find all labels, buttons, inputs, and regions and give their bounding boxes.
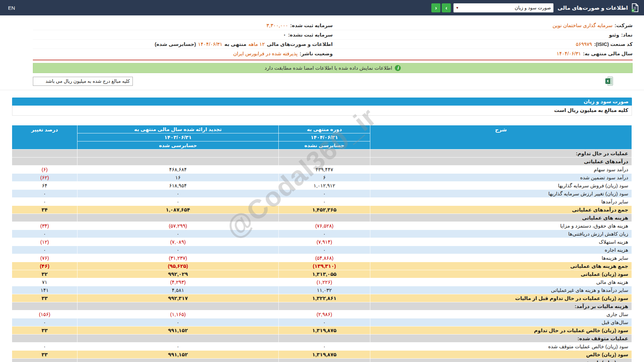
row-label: هزینه اجاره — [370, 246, 632, 254]
row-value — [77, 214, 279, 222]
statement-table-body: عملیات در حال تداوم:درآمدهای عملیاتیدرآم… — [12, 149, 632, 362]
company-info: شرکت:سرمایه گذاری ساختمان نوینسرمایه ثبت… — [33, 21, 633, 60]
statement-data-row: هزینه های حقوق، دستمزد و مزایا(۷۶,۵۲۸)(۵… — [12, 222, 632, 230]
info-label: وضعیت ناشر: — [300, 51, 333, 57]
statement-data-row: سود (زیان) عملیاتی۱,۳۱۳,۰۵۵۹۹۲,۰۲۹۳۲ — [12, 270, 632, 278]
col-header-change: درصد تغییر — [12, 125, 77, 149]
topbar: اطلاعات و صورت‌های مالی صورت سود و زیان … — [0, 0, 644, 15]
row-value — [279, 158, 370, 166]
company-info-cell: وضعیت ناشر:پذیرفته شده در فرابورس ایران — [33, 51, 333, 57]
row-value: ۶۴ — [12, 182, 77, 190]
info-value: ۳,۳۰۰,۰۰۰ — [266, 22, 288, 28]
table-header-row-titles: شرح دوره منتهی به تجدید ارائه شده سال ما… — [12, 125, 632, 133]
info-value: پذیرفته شده در فرابورس ایران — [233, 51, 298, 57]
row-label: عملیات متوقف شده: — [370, 335, 632, 343]
statement-section-row: هزینه مالیات بر درآمد: — [12, 302, 632, 310]
info-value: وثنو — [609, 32, 619, 38]
info-value: ۱۴۰۴/۰۶/۳۱ — [556, 51, 581, 57]
statement-data-row: سال جاری(۲,۹۸۶)(۱,۱۶۵)(۱۵۶) — [12, 310, 632, 318]
company-info-cell: سال مالی منتهی به:۱۴۰۴/۰۶/۳۱ — [333, 51, 633, 57]
units-row: کلیه مبالغ به میلیون ریال است — [12, 106, 632, 116]
statement-table: شرح دوره منتهی به تجدید ارائه شده سال ما… — [12, 125, 632, 362]
row-value — [77, 149, 279, 158]
col-header-restated-audit: حسابرسی شده — [77, 141, 279, 149]
row-label: سایر هزینه‌ها — [370, 254, 632, 262]
row-label: هزینه های حقوق، دستمزد و مزایا — [370, 222, 632, 230]
col-header-restated-date: ۱۴۰۳/۰۶/۳۱ — [77, 133, 279, 141]
statement-data-row: هزینه اجاره۰۰۰ — [12, 246, 632, 254]
row-value — [279, 335, 370, 343]
svg-text:X: X — [606, 79, 609, 83]
row-value: ۶ — [279, 174, 370, 182]
row-value — [279, 359, 370, 362]
row-value: ۰ — [12, 318, 77, 326]
row-value: (۷,۰۸۹) — [77, 238, 279, 246]
row-value — [12, 302, 77, 310]
row-value: ۴,۵۸۱ — [77, 286, 279, 294]
row-value: (۵۴,۸۶۸) — [279, 254, 370, 262]
row-value: ۰ — [12, 230, 77, 238]
info-value[interactable]: سرمایه گذاری ساختمان نوین — [552, 22, 612, 28]
row-value: ۰ — [279, 318, 370, 326]
company-info-row: نماد:وثنوسرمایه ثبت نشده:۰ — [33, 30, 633, 40]
row-value: ۳۳ — [12, 294, 77, 302]
excel-export-icon[interactable]: X — [605, 76, 614, 86]
row-value: ۴۳۹,۴۴۷ — [279, 166, 370, 174]
prev-period-button[interactable]: ‹ — [442, 3, 451, 12]
row-label: سال جاری — [370, 310, 632, 318]
info-label: شرکت: — [614, 22, 633, 28]
row-value: ۱,۳۱۹,۸۷۵ — [279, 351, 370, 359]
row-label: سود (زیان) فروش سرمایه گذاریها — [370, 182, 632, 190]
row-value: (۳۱,۲۳۷) — [77, 254, 279, 262]
row-value: ۹۹۲,۳۱۷ — [77, 294, 279, 302]
row-value — [77, 302, 279, 310]
row-value: ۹۹۱,۱۵۲ — [77, 351, 279, 359]
statement-data-row: سود (زیان) خالص۱,۳۱۹,۸۷۵۹۹۱,۱۵۲۳۳ — [12, 351, 632, 359]
company-info-cell: کد صنعت (ISIC):۵۶۹۹۷۹ — [333, 41, 633, 47]
row-value: ۳۳ — [12, 351, 77, 359]
statement-data-row: درآمد سود تضمین شده۶۱۶(۶۲) — [12, 174, 632, 182]
row-value: ۱۶ — [77, 174, 279, 182]
col-header-current-date-label: ۱۴۰۴/۰۶/۳۱ — [311, 134, 338, 140]
row-label: هزینه های عملیاتی — [370, 214, 632, 222]
row-value: (۷۶,۵۲۸) — [279, 222, 370, 230]
statement-select[interactable]: صورت سود و زیان ▾ — [453, 3, 553, 12]
info-label: اطلاعات و صورت‌های مالی — [267, 41, 333, 47]
row-value: ۰ — [12, 190, 77, 198]
row-value: (۱,۱۶۵) — [77, 310, 279, 318]
company-info-row: کد صنعت (ISIC):۵۶۹۹۷۹اطلاعات و صورت‌های … — [33, 40, 633, 49]
row-value: ۰ — [12, 198, 77, 206]
chevron-down-icon: ▾ — [456, 5, 458, 10]
language-toggle[interactable]: EN — [8, 5, 15, 11]
statement-data-row: سود (زیان) خالص عملیات در حال تداوم۱,۳۱۹… — [12, 326, 632, 335]
statement-title-bar: صورت سود و زیان — [12, 98, 632, 106]
row-value — [12, 214, 77, 222]
row-value — [12, 335, 77, 343]
row-label: سود (زیان) پایه هر سهم — [370, 359, 632, 362]
row-value: (۱,۲۲۶) — [279, 278, 370, 286]
row-label: سود (زیان) تغییر ارزش سرمایه گذاریها — [370, 190, 632, 198]
company-info-cell: سرمایه ثبت شده:۳,۳۰۰,۰۰۰ — [33, 22, 333, 28]
row-value — [12, 149, 77, 158]
company-info-cell: شرکت:سرمایه گذاری ساختمان نوین — [333, 22, 633, 28]
statement-section-row: درآمدهای عملیاتی — [12, 158, 632, 166]
row-value: (۲,۹۸۶) — [279, 310, 370, 318]
statement-section-row: عملیات متوقف شده: — [12, 335, 632, 343]
info-value: ۵۶۹۹۷۹ — [576, 41, 592, 47]
statement-data-row: سود (زیان) عملیات در حال تداوم قبل از ما… — [12, 294, 632, 302]
row-value — [77, 335, 279, 343]
row-value: ۰ — [12, 246, 77, 254]
row-value: (۳۴) — [12, 222, 77, 230]
statement-data-row: جمع درآمدهای عملیاتی۱,۴۵۲,۳۶۵۱,۰۸۷,۶۵۴۳۴ — [12, 206, 632, 214]
row-label: هزینه های مالی — [370, 278, 632, 286]
info-value: ۰ — [283, 32, 286, 38]
statement-data-row: سود (زیان) تغییر ارزش سرمایه گذاریها۰۰۰ — [12, 190, 632, 198]
amounts-note-box: کلیه مبالغ درج شده به میلیون ریال می باش… — [33, 77, 133, 86]
info-label: سرمایه ثبت نشده: — [288, 32, 333, 38]
statement-data-row: جمع هزینه های عملیاتی(۱۳۹,۳۱۰)(۹۵,۶۲۵)(۴… — [12, 262, 632, 270]
tools-row: X کلیه مبالغ درج شده به میلیون ریال می ب… — [33, 76, 633, 86]
row-value: ۰ — [77, 318, 279, 326]
company-info-row: شرکت:سرمایه گذاری ساختمان نوینسرمایه ثبت… — [33, 21, 633, 30]
next-period-button[interactable]: › — [431, 3, 440, 12]
info-label: کد صنعت (ISIC): — [594, 41, 633, 47]
